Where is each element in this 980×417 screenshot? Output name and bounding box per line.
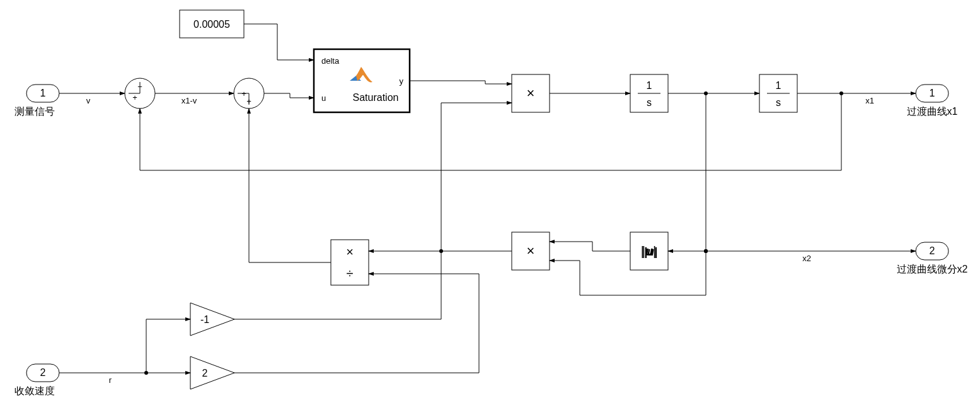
- inport-2-num: 2: [40, 367, 46, 378]
- signal-r-label: r: [109, 375, 112, 385]
- inport-1-num: 1: [40, 88, 46, 98]
- sum-block-2[interactable]: + +: [234, 78, 264, 109]
- inport-1-label: 测量信号: [14, 106, 55, 117]
- wire-sum2-satu: [264, 93, 314, 98]
- simulink-canvas: 1 测量信号 2 收敛速度 1 过渡曲线x1 2 过渡曲线微分x2 − + + …: [0, 0, 980, 417]
- wire-gainN1-prod1: [234, 103, 512, 319]
- integrator-1-den: s: [647, 97, 652, 108]
- gain-2-value: 2: [202, 368, 208, 379]
- wire-div-sum2: [249, 109, 331, 262]
- abs-block[interactable]: ||u| |u|: [630, 232, 668, 270]
- product-1-symbol: ×: [527, 85, 535, 101]
- saturation-name: Saturation: [353, 92, 399, 103]
- sum-block-1[interactable]: − +: [125, 78, 155, 109]
- integrator-1-block[interactable]: 1 s: [630, 74, 668, 112]
- outport-2-label: 过渡曲线微分x2: [897, 264, 968, 274]
- product-2-block[interactable]: ×: [512, 232, 550, 270]
- divide-symbol-bot: ÷: [347, 266, 354, 280]
- divide-block[interactable]: × ÷: [331, 240, 369, 285]
- gain-neg1-value: -1: [200, 314, 209, 325]
- wire-abs-prod2: [550, 242, 630, 251]
- wire-const-sat: [244, 24, 314, 60]
- wire-x2-prod2: [550, 251, 706, 295]
- product-1-block[interactable]: ×: [512, 74, 550, 112]
- outport-2[interactable]: 2 过渡曲线微分x2: [897, 242, 968, 274]
- inport-1[interactable]: 1 测量信号: [14, 85, 59, 117]
- outport-1-label: 过渡曲线x1: [907, 106, 958, 117]
- sum2-sign-left: +: [241, 89, 246, 98]
- outport-2-num: 2: [930, 245, 935, 256]
- node-cross: [439, 249, 443, 253]
- wire-sat-prod1: [410, 81, 512, 84]
- sum1-sign-top: −: [137, 82, 142, 91]
- signal-x1-label: x1: [865, 96, 874, 105]
- inport-2-label: 收敛速度: [14, 385, 55, 396]
- divide-symbol-top: ×: [346, 245, 354, 259]
- sum2-sign-bot: +: [246, 97, 251, 106]
- outport-1[interactable]: 1 过渡曲线x1: [907, 85, 958, 117]
- signal-x2-label: x2: [802, 254, 811, 263]
- outport-1-num: 1: [930, 88, 935, 98]
- wire-gain2-div: [234, 274, 479, 373]
- saturation-port-y: y: [400, 76, 404, 86]
- wire-r-gainN1: [146, 319, 190, 373]
- integrator-1-num: 1: [647, 80, 652, 91]
- signal-v-label: v: [86, 96, 91, 105]
- constant-block[interactable]: 0.00005: [180, 10, 244, 38]
- abs-expr-display: |u|: [642, 244, 657, 258]
- saturation-port-delta: delta: [321, 56, 340, 66]
- integrator-2-num: 1: [776, 80, 781, 91]
- gain-2-block[interactable]: 2: [190, 356, 234, 389]
- saturation-fcn-block[interactable]: delta u y Saturation: [314, 49, 410, 112]
- product-2-symbol: ×: [527, 243, 535, 259]
- gain-neg1-block[interactable]: -1: [190, 303, 234, 336]
- signal-x1-v-label: x1-v: [182, 96, 197, 105]
- inport-2[interactable]: 2 收敛速度: [14, 364, 59, 396]
- saturation-port-u: u: [321, 93, 326, 103]
- integrator-2-den: s: [776, 97, 781, 108]
- sum1-sign-left: +: [132, 93, 137, 102]
- svg-point-20: [704, 249, 708, 253]
- integrator-2-block[interactable]: 1 s: [759, 74, 797, 112]
- constant-value: 0.00005: [193, 19, 230, 30]
